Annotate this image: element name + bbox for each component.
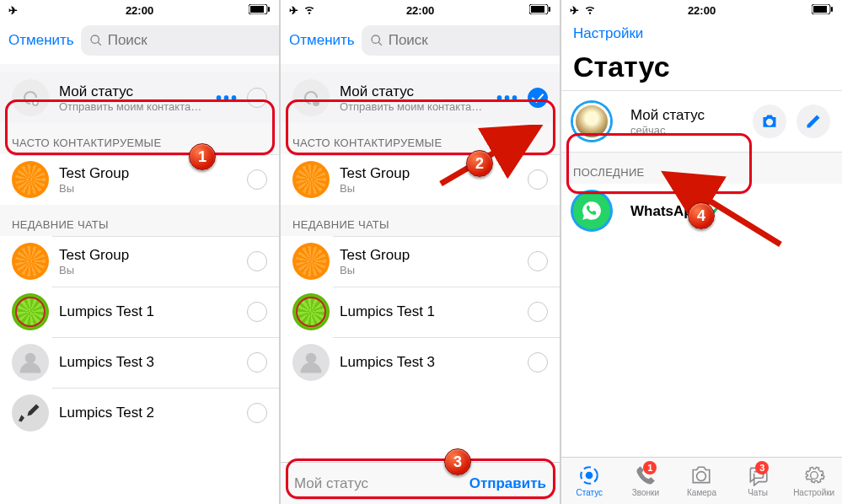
- status-screen-panel: ✈ 22:00 Настройки Статус Мой статус сейч…: [561, 0, 842, 504]
- section-frequent: ЧАСТО КОНТАКТИРУЕМЫЕ: [0, 123, 279, 154]
- svg-point-9: [306, 353, 317, 364]
- item-title: Lumpics Test 2: [59, 405, 240, 421]
- section-recent: НЕДАВНИЕ ЧАТЫ: [0, 205, 279, 236]
- contact-avatar-icon: [12, 344, 49, 381]
- my-status-title: Мой статус: [630, 107, 743, 124]
- gear-icon: [803, 464, 825, 486]
- clock-time: 22:00: [561, 4, 842, 17]
- list-item[interactable]: Lumpics Test 3: [0, 337, 279, 388]
- group-avatar-icon: [292, 161, 330, 198]
- status-ring-icon: [12, 79, 49, 116]
- callout-1: 1: [189, 143, 216, 170]
- select-radio[interactable]: [247, 251, 267, 271]
- select-radio[interactable]: [247, 88, 267, 108]
- item-subtitle: Вы: [59, 182, 240, 195]
- status-bar: ✈ 22:00: [561, 0, 842, 20]
- cancel-button[interactable]: Отменить: [8, 32, 74, 49]
- select-radio[interactable]: [247, 169, 267, 190]
- item-title: Test Group: [340, 247, 521, 264]
- privacy-dots-icon[interactable]: •••: [216, 88, 239, 108]
- svg-point-8: [313, 99, 319, 106]
- item-subtitle: Вы: [59, 264, 240, 276]
- header: Отменить: [281, 20, 560, 64]
- contact-avatar-icon: [292, 344, 330, 381]
- back-label: Настройки: [573, 25, 643, 42]
- select-radio[interactable]: [247, 352, 267, 373]
- camera-icon: [690, 464, 712, 486]
- tab-camera[interactable]: Камера: [673, 458, 730, 504]
- select-radio-checked[interactable]: [528, 88, 548, 108]
- group-avatar-icon: [12, 161, 49, 198]
- select-radio[interactable]: [247, 403, 267, 423]
- tab-label: Чаты: [748, 488, 768, 497]
- item-title: Lumpics Test 1: [340, 303, 521, 320]
- tab-label: Статус: [576, 488, 603, 497]
- callout-4: 4: [688, 202, 715, 229]
- select-radio[interactable]: [528, 251, 548, 271]
- contact-avatar-icon: [12, 293, 49, 330]
- my-status-row[interactable]: Мой статус Отправить моим контактам, кр……: [0, 72, 279, 123]
- svg-line-16: [671, 177, 780, 244]
- tab-status[interactable]: Статус: [561, 458, 618, 504]
- list-item[interactable]: Test GroupВы: [0, 236, 279, 287]
- share-sheet-panel-2: ✈ 22:00 Отменить Мой статус Отправить мо…: [281, 0, 561, 504]
- search-icon: [370, 34, 383, 47]
- callout-3: 3: [444, 448, 471, 475]
- my-status-time: сейчас: [630, 124, 743, 137]
- item-title: Test Group: [59, 165, 240, 182]
- list-item[interactable]: Lumpics Test 1: [281, 287, 560, 337]
- svg-point-4: [25, 353, 36, 364]
- search-field[interactable]: [81, 25, 281, 56]
- search-field[interactable]: [362, 25, 561, 56]
- callout-2: 2: [466, 150, 493, 177]
- select-radio[interactable]: [528, 352, 548, 373]
- clock-time: 22:00: [0, 4, 279, 17]
- item-title: Lumpics Test 3: [59, 354, 240, 371]
- list-item[interactable]: Lumpics Test 2: [0, 388, 279, 438]
- list-item[interactable]: Test GroupВы: [281, 236, 560, 287]
- send-bar: Мой статус Отправить: [281, 462, 560, 504]
- camera-status-button[interactable]: [753, 105, 786, 138]
- group-avatar-icon: [292, 243, 330, 280]
- item-title: Lumpics Test 3: [340, 354, 521, 371]
- tab-bar: Статус Звонки 1 Камера Чаты 3 Настройки: [561, 457, 842, 504]
- contact-avatar-icon: [12, 394, 49, 432]
- my-status-avatar: [573, 103, 610, 140]
- cancel-button[interactable]: Отменить: [289, 32, 355, 49]
- tab-settings[interactable]: Настройки: [786, 458, 842, 504]
- back-link[interactable]: Настройки: [561, 20, 842, 47]
- section-recent: НЕДАВНИЕ ЧАТЫ: [281, 205, 560, 236]
- status-bar: ✈ 22:00: [0, 0, 279, 20]
- group-avatar-icon: [12, 243, 49, 280]
- list-item[interactable]: Test Group Вы: [0, 154, 279, 205]
- select-radio[interactable]: [528, 302, 548, 322]
- privacy-dots-icon[interactable]: •••: [496, 88, 519, 108]
- select-radio[interactable]: [247, 302, 267, 322]
- my-status-subtitle: Отправить моим контактам, кр…: [340, 100, 490, 113]
- status-bar: ✈ 22:00: [281, 0, 560, 20]
- header: Отменить: [0, 20, 279, 64]
- status-ring-icon: [292, 79, 330, 116]
- search-input[interactable]: [389, 32, 561, 49]
- search-input[interactable]: [108, 32, 281, 49]
- my-status-subtitle: Отправить моим контактам, кр…: [59, 100, 209, 113]
- list-item[interactable]: Lumpics Test 3: [281, 337, 560, 388]
- whatsapp-avatar-icon: [573, 192, 610, 229]
- list-item[interactable]: Lumpics Test 1: [0, 287, 279, 337]
- item-title: Test Group: [59, 247, 240, 264]
- arrow-icon: [654, 169, 789, 253]
- search-icon: [89, 34, 103, 47]
- tab-label: Камера: [687, 488, 716, 497]
- my-status-row[interactable]: Мой статус Отправить моим контактам, кр……: [281, 72, 560, 123]
- tab-chats[interactable]: Чаты 3: [730, 458, 786, 504]
- contact-avatar-icon: [292, 293, 330, 330]
- send-button[interactable]: Отправить: [469, 475, 546, 492]
- tab-calls[interactable]: Звонки 1: [618, 458, 674, 504]
- status-icon: [578, 464, 600, 486]
- edit-status-button[interactable]: [796, 105, 830, 138]
- tab-label: Настройки: [793, 488, 834, 497]
- tab-label: Звонки: [632, 488, 659, 497]
- my-status-title: Мой статус: [59, 83, 209, 100]
- clock-time: 22:00: [281, 4, 560, 17]
- my-status-item[interactable]: Мой статус сейчас: [561, 91, 842, 152]
